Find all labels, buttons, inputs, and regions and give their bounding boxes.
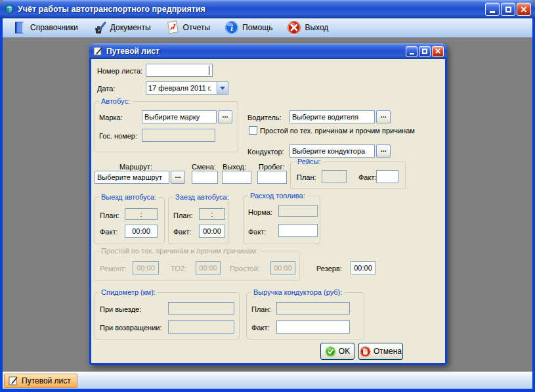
menu-reports[interactable]: Отчеты [163, 19, 211, 36]
dialog-title: Путевой лист [106, 47, 160, 56]
revenue-fact-input[interactable] [276, 320, 350, 334]
departure-group-title: Выезд автобуса: [99, 193, 158, 201]
mileage-input[interactable] [257, 171, 287, 184]
taskbar-item-label: Путевой лист [22, 376, 71, 385]
book-icon [12, 20, 28, 35]
fuel-fact-input[interactable] [278, 224, 318, 237]
taskbar-item-waybill[interactable]: Путевой лист [4, 374, 77, 388]
route-input[interactable] [95, 171, 169, 184]
maximize-button[interactable] [501, 3, 515, 16]
trips-plan-label: План: [297, 173, 316, 181]
window-border-left [0, 18, 3, 389]
arrival-plan-label: План: [173, 211, 193, 219]
conductor-input[interactable] [289, 144, 375, 158]
date-value: 17 февраля 2011 г. [146, 84, 217, 92]
dialog-controls: ✕ [406, 46, 444, 57]
shift-label: Смена: [192, 163, 216, 171]
help-icon: i [224, 20, 240, 35]
plate-input[interactable] [142, 129, 215, 142]
close-button[interactable]: ✕ [517, 3, 531, 16]
menu-directories-label: Справочники [30, 23, 78, 32]
menu-exit-label: Выход [305, 23, 328, 32]
menu-documents[interactable]: Документы [91, 19, 152, 36]
menu-help[interactable]: i Помощь [223, 19, 274, 36]
maximize-icon [505, 7, 511, 12]
minimize-icon [490, 11, 495, 13]
repair-input [133, 261, 159, 274]
exit-icon [286, 20, 302, 35]
trips-fact-input[interactable] [376, 170, 398, 183]
arrival-plan-input[interactable] [199, 208, 225, 220]
speedometer-departure-input[interactable] [168, 302, 234, 315]
speedometer-return-input[interactable] [168, 320, 234, 334]
exit-input[interactable] [222, 171, 251, 184]
conductor-browse-button[interactable]: ... [376, 144, 391, 158]
arrival-fact-label: Факт: [173, 228, 192, 236]
departure-plan-input[interactable] [125, 208, 158, 220]
app-window: Учёт работы автотранспортного предприяти… [0, 0, 535, 392]
menu-documents-label: Документы [110, 23, 151, 32]
window-border-right [532, 18, 535, 389]
dialog-maximize-button[interactable] [419, 46, 431, 57]
speedometer-group-title: Спидометр (км): [99, 288, 158, 296]
chevron-down-icon [220, 87, 225, 90]
close-icon: ✕ [521, 5, 528, 14]
fuel-fact-label: Факт: [248, 228, 267, 236]
brand-browse-button[interactable]: ... [218, 110, 232, 123]
driver-browse-button[interactable]: ... [376, 110, 391, 123]
ok-button[interactable]: OK [320, 343, 354, 360]
menu-help-label: Помощь [242, 23, 272, 32]
cancel-button[interactable]: Отмена [358, 343, 403, 360]
dialog-minimize-button[interactable] [406, 46, 417, 57]
idle-time-input [270, 261, 295, 274]
main-titlebar[interactable]: Учёт работы автотранспортного предприяти… [0, 0, 535, 18]
downtime-checkbox[interactable] [249, 126, 257, 135]
menu-directories[interactable]: Справочники [11, 19, 79, 36]
app-taskbar: Путевой лист [3, 372, 532, 389]
idle-time-label: Простой: [230, 265, 260, 272]
route-label: Маршрут: [119, 163, 152, 171]
reserve-input[interactable] [351, 261, 375, 274]
close-icon: ✕ [435, 47, 441, 55]
menu-reports-label: Отчеты [183, 23, 210, 32]
maximize-icon [422, 49, 427, 54]
driver-label: Водитель: [247, 114, 282, 121]
brand-input[interactable] [142, 110, 217, 123]
speedometer-return-label: При возвращении: [100, 324, 162, 332]
app-shield-icon [4, 4, 14, 14]
arrival-group-title: Заезд автобуса: [173, 193, 231, 201]
bus-group-title: Автобус: [99, 97, 132, 105]
dialog-close-button[interactable]: ✕ [432, 46, 444, 57]
ok-button-label: OK [339, 347, 350, 356]
bus-group: Автобус: [94, 101, 238, 152]
fuel-norm-input[interactable] [278, 205, 318, 217]
departure-fact-input[interactable] [125, 225, 158, 238]
driver-input[interactable] [289, 110, 375, 123]
route-browse-button[interactable]: ... [171, 171, 185, 184]
shift-input[interactable] [192, 171, 218, 184]
minimize-icon [410, 53, 414, 54]
idle-group-title: Простой по тех. причинам и прочим причин… [99, 247, 260, 255]
sheet-number-input[interactable] [146, 64, 213, 77]
mileage-label: Пробег: [259, 163, 285, 171]
exit-label: Выход: [223, 163, 246, 171]
trips-fact-label: Факт: [358, 173, 377, 181]
departure-fact-label: Факт: [100, 228, 118, 236]
date-dropdown-button[interactable] [217, 82, 228, 94]
date-combobox[interactable]: 17 февраля 2011 г. [146, 81, 228, 95]
menu-exit[interactable]: Выход [285, 19, 330, 36]
text-cursor [209, 66, 209, 75]
trips-plan-input[interactable] [322, 170, 347, 183]
departure-plan-label: План: [100, 211, 119, 219]
waybill-dialog: Путевой лист ✕ Номер листа: Дата: 17 фев… [89, 43, 447, 365]
arrival-fact-input[interactable] [199, 225, 225, 238]
dialog-titlebar[interactable]: Путевой лист ✕ [89, 43, 447, 59]
page-pen-icon [93, 46, 103, 56]
to2-input [196, 261, 221, 274]
revenue-plan-input[interactable] [276, 302, 350, 315]
conductor-label: Кондуктор: [247, 148, 284, 156]
minimize-button[interactable] [485, 3, 500, 16]
pen-inkwell-icon [92, 20, 108, 35]
svg-text:i: i [230, 23, 233, 33]
fuel-group-title: Расход топлива: [248, 192, 307, 200]
